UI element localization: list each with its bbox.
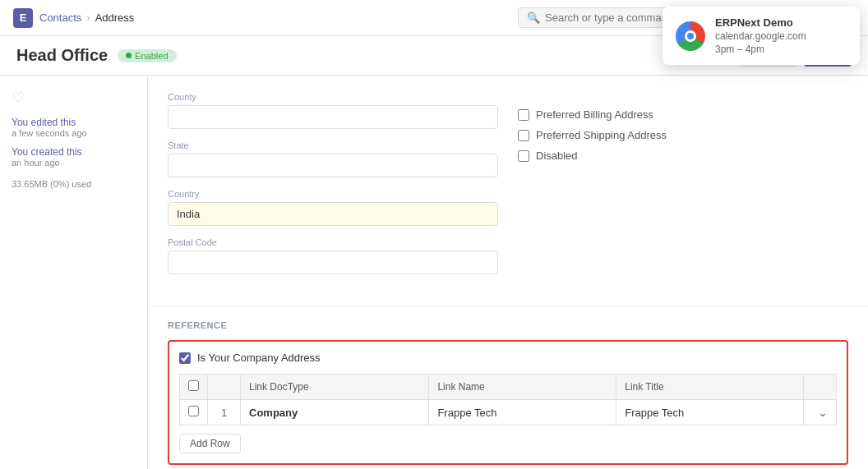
- th-num: [208, 375, 241, 400]
- preferred-billing-checkbox[interactable]: [518, 109, 529, 121]
- county-group: County: [168, 92, 498, 129]
- county-input[interactable]: [168, 105, 498, 129]
- form-col-right: Preferred Billing Address Preferred Ship…: [518, 92, 848, 286]
- preferred-shipping-checkbox[interactable]: [518, 130, 529, 141]
- table-row: 1 Company Frappe Tech Frappe Tech ⌄: [180, 400, 837, 425]
- form-section: County State Country Postal Code: [148, 76, 868, 306]
- sidebar-edit-entry: You edited this a few seconds ago: [12, 117, 136, 138]
- country-label: Country: [168, 189, 498, 199]
- preferred-shipping-label: Preferred Shipping Address: [536, 129, 667, 141]
- notif-text: ERPNext Demo calendar.google.com 3pm – 4…: [715, 16, 806, 55]
- company-address-label: Is Your Company Address: [197, 352, 321, 364]
- table-body: 1 Company Frappe Tech Frappe Tech ⌄: [180, 400, 837, 425]
- disabled-label: Disabled: [536, 149, 578, 162]
- county-label: County: [168, 92, 498, 102]
- breadcrumb-item-address: Address: [95, 11, 135, 24]
- disabled-checkbox[interactable]: [518, 150, 529, 162]
- top-nav: E Contacts › Address 🔍 B Basawaraj Sava …: [0, 0, 868, 36]
- form-row-top: County State Country Postal Code: [168, 92, 848, 286]
- row-expand-button[interactable]: ⌄: [818, 406, 828, 419]
- notif-title: ERPNext Demo: [715, 16, 806, 29]
- th-link-doctype: Link DocType: [241, 375, 429, 400]
- breadcrumb-sep1: ›: [86, 11, 90, 24]
- company-address-checkbox[interactable]: [179, 352, 191, 364]
- app-icon: E: [13, 8, 33, 28]
- th-link-name: Link Name: [429, 375, 616, 400]
- reference-box: Is Your Company Address Link DocType Lin…: [168, 340, 848, 465]
- state-input[interactable]: [168, 154, 498, 177]
- notification-popup: ERPNext Demo calendar.google.com 3pm – 4…: [663, 7, 860, 65]
- select-all-checkbox[interactable]: [188, 380, 199, 391]
- row-link-doctype-cell: Company: [241, 400, 429, 425]
- reference-section: REFERENCE Is Your Company Address Link D…: [148, 307, 868, 469]
- preferred-billing-label: Preferred Billing Address: [536, 108, 653, 121]
- form-col-left: County State Country Postal Code: [168, 92, 498, 286]
- main-layout: ♡ You edited this a few seconds ago You …: [0, 76, 868, 469]
- preferred-shipping-item[interactable]: Preferred Shipping Address: [518, 129, 848, 141]
- country-group: Country: [168, 189, 498, 226]
- link-table: Link DocType Link Name Link Title 1: [179, 374, 837, 425]
- reference-section-title: REFERENCE: [168, 320, 848, 330]
- status-badge: Enabled: [118, 49, 176, 62]
- storage-info: 33.65MB (0%) used: [12, 179, 136, 189]
- sidebar-created-entry: You created this an hour ago: [12, 146, 136, 168]
- status-dot: [126, 53, 132, 58]
- sidebar-edit-time: a few seconds ago: [12, 128, 136, 138]
- postal-code-group: Postal Code: [168, 237, 498, 274]
- heart-icon[interactable]: ♡: [12, 89, 136, 107]
- search-icon: 🔍: [527, 11, 540, 24]
- th-link-title: Link Title: [616, 375, 804, 400]
- row-actions: ⌄: [812, 406, 828, 419]
- row-select-cell: [180, 400, 208, 425]
- row-checkbox[interactable]: [188, 406, 199, 416]
- disabled-item[interactable]: Disabled: [518, 149, 848, 162]
- add-row-button[interactable]: Add Row: [179, 434, 241, 453]
- company-address-row: Is Your Company Address: [179, 352, 837, 364]
- th-actions: [804, 375, 837, 400]
- state-label: State: [168, 140, 498, 150]
- row-num-cell: 1: [208, 400, 241, 425]
- notif-subtitle: calendar.google.com: [715, 30, 806, 42]
- row-link-name-cell: Frappe Tech: [429, 400, 616, 425]
- sidebar: ♡ You edited this a few seconds ago You …: [0, 76, 148, 469]
- notif-time: 3pm – 4pm: [715, 44, 806, 55]
- page-title: Head Office: [16, 46, 108, 65]
- breadcrumb: Contacts › Address: [39, 11, 134, 24]
- th-check: [180, 375, 208, 400]
- country-input[interactable]: [168, 202, 498, 226]
- postal-code-input[interactable]: [168, 251, 498, 274]
- sidebar-created-label: You created this: [12, 146, 136, 158]
- row-actions-cell: ⌄: [804, 400, 837, 425]
- state-group: State: [168, 140, 498, 177]
- postal-code-label: Postal Code: [168, 237, 498, 247]
- checkbox-group: Preferred Billing Address Preferred Ship…: [518, 92, 848, 162]
- preferred-billing-item[interactable]: Preferred Billing Address: [518, 108, 848, 121]
- sidebar-created-time: an hour ago: [12, 158, 136, 168]
- table-header-row: Link DocType Link Name Link Title: [180, 375, 837, 400]
- chrome-icon: [676, 21, 705, 51]
- sidebar-edit-label: You edited this: [12, 117, 136, 128]
- row-link-title-cell: Frappe Tech: [616, 400, 804, 425]
- content: County State Country Postal Code: [148, 76, 868, 469]
- breadcrumb-item-contacts[interactable]: Contacts: [39, 11, 81, 24]
- status-label: Enabled: [135, 51, 168, 61]
